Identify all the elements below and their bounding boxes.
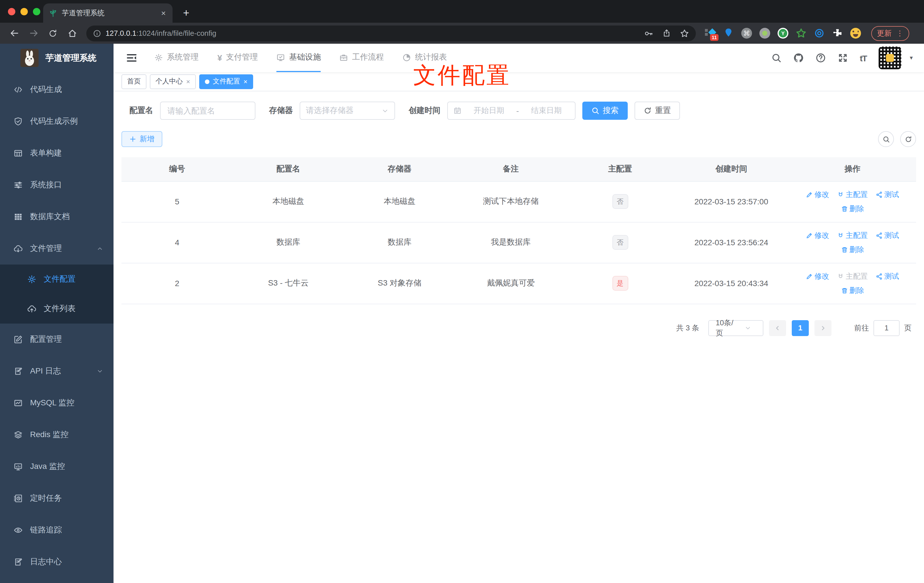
favicon-plant-icon <box>49 9 57 17</box>
help-icon[interactable] <box>815 53 826 63</box>
tag-profile[interactable]: 个人中心× <box>150 74 196 89</box>
extension-v-icon[interactable]: Y <box>777 28 788 39</box>
page-content: 配置名 存储器 请选择存储器 创建时间 开始日期 - 结束日期 搜索 <box>114 91 924 336</box>
extension-rings-icon[interactable] <box>814 28 825 39</box>
top-menu-pay[interactable]: ¥支付管理 <box>218 44 258 72</box>
edit-link[interactable]: 修改 <box>806 189 829 200</box>
storage-select[interactable]: 请选择存储器 <box>300 102 395 120</box>
config-name-input[interactable] <box>160 102 256 120</box>
browser-tabstrip: 芋道管理系统 × + <box>0 0 924 23</box>
font-size-button[interactable]: tT <box>860 53 867 63</box>
tab-close-icon[interactable]: × <box>160 8 167 18</box>
edit-link[interactable]: 修改 <box>806 271 829 281</box>
sidebar-item-db-doc[interactable]: 数据库文档 <box>0 201 114 233</box>
password-key-icon[interactable] <box>644 29 653 38</box>
goto-page-input[interactable] <box>873 320 899 336</box>
sidebar-item-mysql-monitor[interactable]: MySQL 监控 <box>0 387 114 419</box>
sidebar-item-java-monitor[interactable]: Java 监控 <box>0 451 114 482</box>
site-info-icon[interactable] <box>93 29 101 37</box>
sidebar-item-api-log[interactable]: API 日志 <box>0 355 114 387</box>
end-date-placeholder[interactable]: 结束日期 <box>523 106 569 116</box>
delete-link[interactable]: 删除 <box>841 244 864 254</box>
master-link[interactable]: 主配置 <box>837 230 868 240</box>
sidebar-item-file-management[interactable]: 文件管理 <box>0 233 114 264</box>
close-window-button[interactable] <box>8 8 15 15</box>
share-nodes-icon <box>876 232 883 239</box>
eye-icon <box>13 526 23 535</box>
extension-balloon-icon[interactable] <box>723 28 734 39</box>
user-avatar[interactable] <box>879 46 901 69</box>
tags-view-bar: 首页 个人中心× 文件配置× <box>114 72 924 91</box>
github-icon[interactable] <box>794 53 804 63</box>
home-button[interactable] <box>64 25 81 42</box>
browser-tab[interactable]: 芋道管理系统 × <box>43 3 173 23</box>
edit-link[interactable]: 修改 <box>806 230 829 240</box>
extension-star-icon[interactable] <box>796 28 807 39</box>
bookmark-star-icon[interactable] <box>680 29 689 38</box>
sidebar-item-file-config[interactable]: 文件配置 <box>0 264 114 294</box>
chevron-down-icon <box>96 368 103 375</box>
minimize-window-button[interactable] <box>20 8 28 15</box>
fullscreen-icon[interactable] <box>838 53 848 63</box>
test-link[interactable]: 测试 <box>876 271 899 281</box>
sliders-icon <box>13 180 23 190</box>
sidebar-item-redis-monitor[interactable]: Redis 监控 <box>0 419 114 451</box>
test-link[interactable]: 测试 <box>876 189 899 200</box>
pen-icon <box>806 273 813 279</box>
search-button[interactable]: 搜索 <box>582 102 628 120</box>
extension-wallet-icon[interactable]: 11 <box>705 28 716 39</box>
top-menu-workflow[interactable]: 工作流程 <box>340 44 384 72</box>
user-caret-down-icon[interactable]: ▼ <box>909 55 914 61</box>
prev-page-button[interactable] <box>769 320 786 336</box>
tag-file-config[interactable]: 文件配置× <box>199 74 253 89</box>
top-menu-report[interactable]: 统计报表 <box>403 44 447 72</box>
sidebar-item-tracing[interactable]: 链路追踪 <box>0 514 114 546</box>
sidebar-item-scheduled-tasks[interactable]: 定时任务 <box>0 482 114 514</box>
table-search-button[interactable] <box>878 131 894 147</box>
zoom-window-button[interactable] <box>33 8 40 15</box>
extensions-puzzle-icon[interactable] <box>832 28 843 39</box>
reload-button[interactable] <box>44 25 61 42</box>
note-edit-icon <box>13 557 23 566</box>
sidebar-item-log-center[interactable]: 日志中心 <box>0 546 114 578</box>
sidebar-collapse-button[interactable] <box>126 52 137 64</box>
delete-link[interactable]: 删除 <box>841 203 864 214</box>
share-icon[interactable] <box>662 29 671 38</box>
window-controls[interactable] <box>8 8 40 15</box>
reset-button[interactable]: 重置 <box>635 102 680 120</box>
add-button[interactable]: 新增 <box>122 131 162 147</box>
sidebar-item-config-management[interactable]: 配置管理 <box>0 324 114 355</box>
sidebar-item-code-gen[interactable]: 代码生成 <box>0 74 114 106</box>
sidebar-item-code-demo[interactable]: 代码生成示例 <box>0 106 114 137</box>
extension-command-icon[interactable]: ⌘ <box>741 28 752 39</box>
overflow-menu-icon[interactable]: ⋮ <box>896 29 904 38</box>
next-page-button[interactable] <box>815 320 832 336</box>
master-link[interactable]: 主配置 <box>837 189 868 200</box>
search-icon[interactable] <box>771 53 782 63</box>
delete-link[interactable]: 删除 <box>841 285 864 296</box>
table-refresh-button[interactable] <box>900 131 916 147</box>
page-number-button[interactable]: 1 <box>792 320 809 336</box>
sidebar-item-file-list[interactable]: 文件列表 <box>0 294 114 324</box>
browser-update-button[interactable]: 更新 ⋮ <box>871 26 909 41</box>
tag-close-icon[interactable]: × <box>186 78 190 86</box>
extension-emoji-icon[interactable] <box>850 28 861 39</box>
tab-title: 芋道管理系统 <box>62 8 155 18</box>
page-size-select[interactable]: 10条/页 <box>708 320 763 336</box>
top-menu-infra[interactable]: 基础设施 <box>277 44 321 72</box>
tag-home[interactable]: 首页 <box>122 74 147 89</box>
sidebar-item-form-builder[interactable]: 表单构建 <box>0 137 114 169</box>
sidebar-item-system-api[interactable]: 系统接口 <box>0 169 114 201</box>
test-link[interactable]: 测试 <box>876 230 899 240</box>
new-tab-button[interactable]: + <box>178 5 194 21</box>
navbar-actions: tT ▼ <box>771 46 914 69</box>
top-menu-system[interactable]: 系统管理 <box>154 44 199 72</box>
start-date-placeholder[interactable]: 开始日期 <box>466 106 512 116</box>
back-button[interactable] <box>6 25 23 42</box>
forward-button[interactable] <box>25 25 42 42</box>
url-bar[interactable]: 127.0.0.1:1024/infra/file/file-config <box>86 25 696 41</box>
extension-green-dot-icon[interactable] <box>759 28 770 39</box>
date-range-input[interactable]: 开始日期 - 结束日期 <box>447 102 576 120</box>
app-logo[interactable]: 芋道管理系统 <box>0 44 114 72</box>
tag-close-icon[interactable]: × <box>244 78 248 86</box>
